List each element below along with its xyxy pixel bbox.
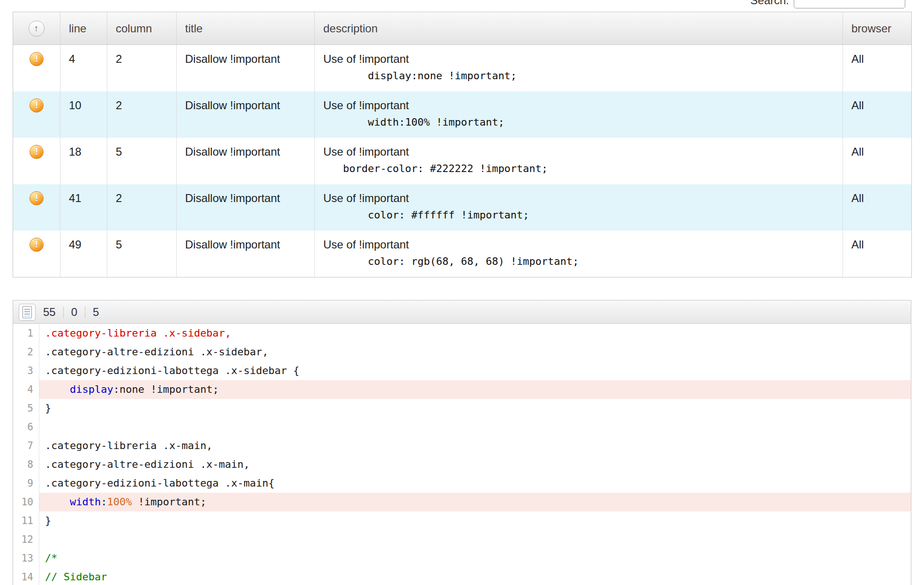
code-text (39, 530, 911, 549)
rule-message: Use of !important (323, 52, 842, 66)
line-cell: 10 (60, 91, 107, 138)
code-line-warning: 10 width:100% !important; (13, 493, 911, 511)
stat-errors: 0 (71, 306, 77, 319)
indent (45, 383, 70, 395)
line-number: 13 (13, 549, 39, 568)
css-rest: !important; (132, 496, 206, 508)
line-cell: 4 (60, 45, 107, 91)
search-bar: Search: (750, 0, 905, 8)
css-rest: :none !important; (113, 383, 219, 395)
table-row[interactable]: ! 41 2 Disallow !important Use of !impor… (13, 184, 911, 231)
code-text: .category-altre-edizioni .x-main, (39, 455, 911, 474)
column-cell: 2 (107, 91, 176, 138)
offending-code: width:100% !important; (323, 116, 842, 128)
line-number: 12 (13, 530, 39, 549)
table-row[interactable]: ! 10 2 Disallow !important Use of !impor… (13, 91, 911, 138)
severity-cell: ! (13, 231, 60, 277)
browser-cell: All (842, 184, 911, 231)
table-row[interactable]: ! 49 5 Disallow !important Use of !impor… (13, 231, 911, 277)
css-property: width (70, 496, 101, 508)
description-cell: Use of !important color: #ffffff !import… (314, 184, 842, 231)
offending-code: display:none !important; (323, 70, 842, 82)
code-line: 1 .category-libreria .x-sidebar, (13, 324, 911, 343)
stat-warnings: 5 (93, 306, 99, 319)
title-cell: Disallow !important (176, 45, 314, 91)
table-row[interactable]: ! 4 2 Disallow !important Use of !import… (13, 45, 911, 91)
code-line: 13 /* (13, 549, 911, 568)
header-browser[interactable]: browser (842, 12, 911, 45)
severity-cell: ! (13, 184, 60, 231)
lint-results-section: ↑ line column title description browser … (13, 12, 911, 278)
code-panel-header: 55 0 5 (13, 300, 911, 324)
severity-cell: ! (13, 138, 60, 184)
code-text: .category-altre-edizioni .x-sidebar, (39, 343, 911, 361)
warning-icon: ! (30, 52, 44, 66)
line-number: 3 (13, 361, 39, 380)
sort-ascending-icon[interactable]: ↑ (29, 21, 45, 37)
line-number: 2 (13, 343, 39, 361)
rule-message: Use of !important (323, 145, 842, 158)
table-header-row: ↑ line column title description browser (13, 12, 911, 45)
title-cell: Disallow !important (176, 91, 314, 138)
description-cell: Use of !important border-color: #222222 … (314, 138, 842, 184)
column-cell: 5 (107, 231, 176, 277)
source-toggle-button[interactable] (19, 304, 36, 321)
code-line: 8 .category-altre-edizioni .x-main, (13, 455, 911, 474)
header-line[interactable]: line (60, 12, 107, 45)
header-title[interactable]: title (176, 12, 314, 45)
code-text (39, 418, 911, 436)
code-line: 9 .category-edizioni-labottega .x-main{ (13, 474, 911, 493)
code-text: /* (39, 549, 911, 568)
document-icon (22, 306, 32, 318)
line-number: 5 (13, 399, 39, 418)
line-number: 7 (13, 436, 39, 455)
stat-divider (85, 307, 85, 318)
code-line: 12 (13, 530, 911, 549)
stat-divider (63, 307, 64, 318)
code-text: display:none !important; (39, 380, 911, 399)
indent (45, 496, 70, 508)
browser-cell: All (842, 45, 911, 91)
search-input[interactable] (794, 0, 905, 8)
line-number: 10 (13, 493, 39, 511)
code-line: 14 // Sidebar (13, 568, 911, 585)
code-text: // Sidebar (39, 568, 911, 585)
code-text: .category-edizioni-labottega .x-main{ (39, 474, 911, 493)
code-line: 5 } (13, 399, 911, 418)
code-text: width:100% !important; (39, 493, 911, 511)
code-text: } (39, 511, 911, 530)
header-description[interactable]: description (314, 12, 842, 45)
source-code-panel: 55 0 5 1 .category-libreria .x-sidebar, … (13, 300, 911, 585)
offending-code: color: rgb(68, 68, 68) !important; (323, 255, 842, 267)
line-number: 8 (13, 455, 39, 474)
warning-icon: ! (30, 98, 44, 112)
line-number: 9 (13, 474, 39, 493)
severity-cell: ! (13, 91, 60, 138)
line-number: 1 (13, 324, 39, 343)
line-number: 4 (13, 380, 39, 399)
code-text: } (39, 399, 911, 418)
code-line-warning: 4 display:none !important; (13, 380, 911, 399)
header-severity[interactable]: ↑ (13, 12, 60, 45)
css-value: 100% (107, 496, 132, 508)
offending-code: color: #ffffff !important; (323, 209, 842, 221)
css-colon: : (101, 496, 107, 508)
browser-cell: All (842, 138, 911, 184)
description-cell: Use of !important color: rgb(68, 68, 68)… (314, 231, 842, 277)
line-number: 11 (13, 511, 39, 530)
code-line: 3 .category-edizioni-labottega .x-sideba… (13, 361, 911, 380)
title-cell: Disallow !important (176, 231, 314, 277)
lint-results-table: ↑ line column title description browser … (13, 12, 912, 278)
browser-cell: All (842, 91, 911, 138)
code-line: 2 .category-altre-edizioni .x-sidebar, (13, 343, 911, 361)
table-row[interactable]: ! 18 5 Disallow !important Use of !impor… (13, 138, 911, 184)
column-cell: 2 (107, 184, 176, 231)
header-column[interactable]: column (107, 12, 176, 45)
search-label: Search: (750, 0, 789, 7)
line-number: 6 (13, 418, 39, 436)
code-listing: 1 .category-libreria .x-sidebar, 2 .cate… (13, 324, 911, 585)
line-cell: 41 (60, 184, 107, 231)
title-cell: Disallow !important (176, 184, 314, 231)
warning-icon: ! (30, 145, 44, 159)
warning-icon: ! (30, 238, 44, 252)
